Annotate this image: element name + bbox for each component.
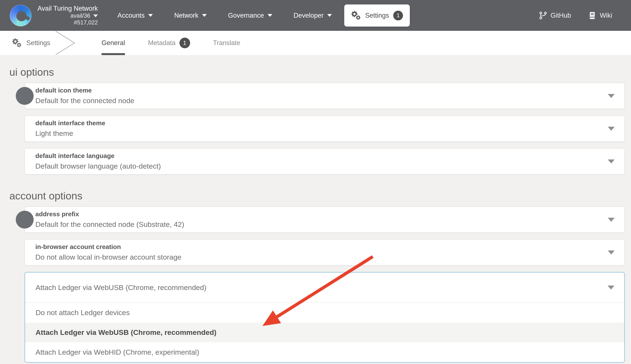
ledger-option-webhid[interactable]: Attach Ledger via WebHID (Chrome, experi… [25, 342, 624, 362]
ledger-attach-dropdown-open: Attach Ledger via WebUSB (Chrome, recomm… [25, 272, 625, 363]
git-branch-icon [539, 11, 547, 20]
settings-button-label: Settings [365, 12, 389, 19]
tab-general[interactable]: General [102, 31, 125, 55]
breadcrumb-gear-icon [12, 38, 22, 48]
active-tab-underline [102, 53, 125, 55]
tab-label: Translate [213, 39, 240, 47]
nav-item-accounts[interactable]: Accounts [117, 12, 153, 19]
select-value: Default browser language (auto-detect) [35, 162, 595, 170]
ledger-dropdown-selected-value[interactable]: Attach Ledger via WebUSB (Chrome, recomm… [25, 272, 624, 303]
tab-metadata[interactable]: Metadata 1 [148, 31, 190, 55]
settings-button[interactable]: Settings 1 [344, 4, 410, 26]
nav-item-label: Governance [228, 12, 264, 19]
tab-label: Metadata [148, 39, 175, 47]
select-address-prefix[interactable]: address prefix Default for the connected… [25, 206, 625, 233]
nav-item-label: Network [174, 12, 198, 19]
select-value: Default for the connected node [35, 96, 595, 105]
github-link-label: GitHub [550, 12, 571, 19]
select-label: default interface language [35, 152, 595, 160]
settings-general-content: ui options default icon theme Default fo… [0, 55, 631, 364]
ledger-option-do-not-attach[interactable]: Do not attach Ledger devices [25, 303, 624, 322]
block-number: #517,022 [74, 19, 98, 26]
section-heading-account-options: account options [9, 190, 631, 202]
network-selector[interactable]: Avail Turing Network avail/36 #517,022 [38, 5, 98, 26]
nav-item-network[interactable]: Network [174, 12, 207, 19]
option-label: Do not attach Ledger devices [36, 308, 130, 317]
settings-tabs: General Metadata 1 Translate [102, 31, 240, 55]
breadcrumb-label: Settings [26, 39, 50, 47]
select-in-browser-account-creation[interactable]: in-browser account creation Do not allow… [25, 239, 625, 266]
select-label: default icon theme [35, 86, 595, 94]
dropdown-caret-icon [608, 218, 615, 222]
nav-item-developer[interactable]: Developer [294, 12, 332, 19]
github-link[interactable]: GitHub [539, 11, 571, 20]
settings-gears-icon [351, 11, 361, 20]
ledger-option-webusb[interactable]: Attach Ledger via WebUSB (Chrome, recomm… [25, 322, 624, 342]
nav-item-label: Developer [294, 12, 324, 19]
wiki-link-label: Wiki [600, 12, 612, 19]
main-nav: Accounts Network Governance Developer [117, 12, 332, 19]
nav-item-label: Accounts [117, 12, 145, 19]
select-default-icon-theme[interactable]: default icon theme Default for the conne… [25, 83, 625, 109]
identicon-avatar [16, 87, 34, 105]
breadcrumb-chevron-divider [54, 31, 76, 55]
book-icon [588, 11, 596, 20]
chevron-down-icon [327, 14, 332, 17]
chevron-down-icon [202, 14, 207, 17]
select-default-interface-language[interactable]: default interface language Default brows… [25, 148, 625, 174]
chevron-down-icon [268, 14, 272, 17]
selected-value-text: Attach Ledger via WebUSB (Chrome, recomm… [36, 284, 206, 292]
select-value: Default for the connected node (Substrat… [35, 220, 595, 228]
tab-label: General [102, 39, 125, 47]
dropdown-caret-icon [607, 286, 614, 290]
breadcrumb-settings: Settings [12, 31, 50, 55]
select-value: Do not allow local in-browser account st… [35, 253, 595, 261]
nav-item-governance[interactable]: Governance [228, 12, 272, 19]
metadata-badge: 1 [179, 38, 190, 48]
option-label: Attach Ledger via WebHID (Chrome, experi… [36, 348, 199, 356]
select-value: Light theme [35, 129, 595, 138]
select-label: default interface theme [35, 119, 595, 127]
dropdown-caret-icon [608, 127, 615, 131]
settings-tab-bar: Settings General Metadata 1 Translate [0, 31, 631, 55]
select-default-interface-theme[interactable]: default interface theme Light theme [25, 116, 625, 142]
wiki-link[interactable]: Wiki [588, 11, 612, 20]
tab-translate[interactable]: Translate [213, 31, 240, 55]
chevron-down-icon [93, 14, 98, 17]
section-heading-ui-options: ui options [9, 66, 631, 78]
avail-network-logo[interactable] [10, 5, 32, 26]
top-nav-bar: Avail Turing Network avail/36 #517,022 A… [0, 0, 631, 31]
select-label: address prefix [35, 210, 595, 218]
network-name: Avail Turing Network [38, 5, 98, 12]
dropdown-caret-icon [608, 94, 615, 98]
network-spec: avail/36 [71, 12, 90, 19]
dropdown-caret-icon [608, 160, 615, 164]
chevron-down-icon [148, 14, 153, 17]
dropdown-caret-icon [608, 250, 615, 254]
identicon-avatar [16, 211, 34, 228]
settings-badge: 1 [393, 11, 403, 20]
option-label: Attach Ledger via WebUSB (Chrome, recomm… [36, 328, 217, 336]
select-label: in-browser account creation [35, 243, 595, 251]
